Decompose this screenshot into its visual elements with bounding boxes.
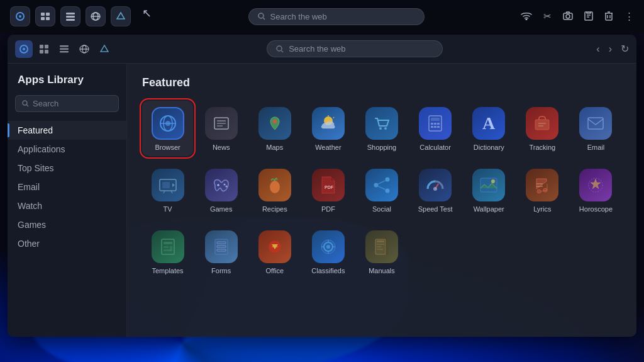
taskbar-icon-4[interactable] xyxy=(86,6,106,26)
taskbar-icon-1[interactable] xyxy=(10,6,30,26)
wifi-icon[interactable] xyxy=(521,11,532,22)
sidebar-item-email[interactable]: Email xyxy=(8,178,126,196)
sidebar-item-top-sites-label: Top Sites xyxy=(18,163,54,173)
system-search-bar[interactable]: Search the web xyxy=(248,8,425,25)
app-social[interactable]: Social xyxy=(356,162,407,218)
sidebar-item-games[interactable]: Games xyxy=(8,215,126,234)
svg-rect-89 xyxy=(164,242,172,244)
sidebar-item-applications[interactable]: Applications xyxy=(8,140,126,159)
clipboard-icon[interactable] xyxy=(584,11,593,23)
camera-icon[interactable] xyxy=(563,11,573,22)
svg-point-72 xyxy=(385,189,389,193)
classifieds-label: Classifieds xyxy=(311,267,345,274)
app-forms[interactable]: Forms xyxy=(196,224,247,280)
sidebar-item-email-label: Email xyxy=(18,182,40,192)
app-horoscope[interactable]: Horoscope xyxy=(570,162,621,218)
app-office[interactable]: Office xyxy=(249,224,300,280)
app-classifieds[interactable]: Classifieds xyxy=(303,224,353,280)
svg-rect-24 xyxy=(45,45,48,48)
taskbar-icon-3[interactable] xyxy=(60,6,80,26)
svg-rect-110 xyxy=(377,249,383,250)
address-bar[interactable]: Search the web xyxy=(267,40,443,57)
svg-point-68 xyxy=(225,186,227,188)
search-icon xyxy=(258,13,265,20)
tv-icon xyxy=(152,169,184,201)
app-wallpaper[interactable]: Wallpaper xyxy=(464,162,514,218)
tab-4[interactable] xyxy=(75,40,93,58)
svg-marker-87 xyxy=(591,179,601,189)
sidebar-item-other[interactable]: Other xyxy=(8,234,126,253)
tab-5[interactable] xyxy=(96,40,113,58)
svg-point-34 xyxy=(23,101,27,105)
system-bar-right: ✂ ⋮ xyxy=(521,11,634,23)
news-icon xyxy=(205,107,238,140)
app-games[interactable]: Games xyxy=(196,162,247,218)
app-window: Search the web ‹ › ↻ Apps Library Search… xyxy=(8,35,636,337)
sidebar-item-featured[interactable]: Featured xyxy=(8,121,126,140)
taskbar-icon-2[interactable] xyxy=(35,6,55,26)
app-tv[interactable]: TV xyxy=(142,162,193,218)
tab-2[interactable] xyxy=(35,40,53,58)
svg-point-48 xyxy=(384,127,387,130)
svg-rect-7 xyxy=(66,16,75,18)
svg-point-73 xyxy=(374,183,378,188)
svg-point-79 xyxy=(491,179,495,183)
app-speedtest[interactable]: Speed Test xyxy=(410,162,461,218)
svg-marker-31 xyxy=(101,45,108,52)
app-lyrics[interactable]: Lyrics xyxy=(517,162,568,218)
app-tracking[interactable]: Tracking xyxy=(517,101,568,156)
svg-rect-4 xyxy=(41,17,45,20)
app-pdf[interactable]: PDF PDF xyxy=(303,162,353,218)
dictionary-label: Dictionary xyxy=(474,144,504,151)
system-bar-left: ↖ xyxy=(10,6,152,26)
wallpaper-label: Wallpaper xyxy=(474,205,504,213)
svg-rect-56 xyxy=(437,126,440,128)
svg-line-74 xyxy=(378,181,385,184)
sidebar-search[interactable]: Search xyxy=(15,95,119,112)
more-icon[interactable]: ⋮ xyxy=(625,11,634,22)
shopping-icon xyxy=(365,107,398,140)
forms-label: Forms xyxy=(211,267,231,274)
app-maps[interactable]: Maps xyxy=(249,101,300,156)
speedtest-label: Speed Test xyxy=(418,205,453,213)
main-content: Featured Browser xyxy=(127,64,636,337)
nav-forward-icon[interactable]: › xyxy=(609,43,612,55)
scissors-icon[interactable]: ✂ xyxy=(543,11,552,22)
app-dictionary[interactable]: A Dictionary xyxy=(464,101,514,156)
cursor-icon: ↖ xyxy=(142,6,152,26)
svg-line-75 xyxy=(378,186,385,189)
taskbar-icon-5[interactable] xyxy=(111,6,131,26)
trash-icon[interactable] xyxy=(604,11,613,23)
speedtest-icon xyxy=(419,169,452,201)
svg-rect-3 xyxy=(46,13,50,16)
svg-line-35 xyxy=(27,105,29,107)
svg-rect-51 xyxy=(431,123,433,125)
tab-1[interactable] xyxy=(15,40,33,58)
sidebar: Apps Library Search Featured Application… xyxy=(8,64,127,337)
address-search-icon xyxy=(276,45,284,53)
sidebar-item-top-sites[interactable]: Top Sites xyxy=(8,159,126,178)
tab-3[interactable] xyxy=(55,40,73,58)
svg-rect-60 xyxy=(588,118,603,129)
sidebar-item-featured-label: Featured xyxy=(18,125,53,135)
app-recipes[interactable]: Recipes xyxy=(249,162,300,218)
refresh-icon[interactable]: ↻ xyxy=(621,43,629,55)
app-news[interactable]: News xyxy=(196,101,247,156)
app-browser[interactable]: Browser xyxy=(142,101,193,156)
app-shopping[interactable]: Shopping xyxy=(356,101,407,156)
svg-rect-23 xyxy=(40,45,43,48)
app-weather[interactable]: Weather xyxy=(303,101,353,156)
app-manuals[interactable]: Manuals xyxy=(356,224,407,280)
svg-rect-27 xyxy=(60,45,69,47)
app-email[interactable]: Email xyxy=(570,101,621,156)
app-calculator[interactable]: Calculator xyxy=(410,101,461,156)
svg-rect-57 xyxy=(535,120,549,130)
svg-point-13 xyxy=(526,19,527,20)
app-templates[interactable]: Templates xyxy=(142,224,193,280)
news-label: News xyxy=(213,144,230,151)
system-search-text: Search the web xyxy=(270,12,327,21)
sidebar-item-watch[interactable]: Watch xyxy=(8,196,126,215)
svg-line-33 xyxy=(282,50,284,52)
system-search-container: Search the web xyxy=(152,8,521,25)
nav-back-icon[interactable]: ‹ xyxy=(596,43,599,55)
